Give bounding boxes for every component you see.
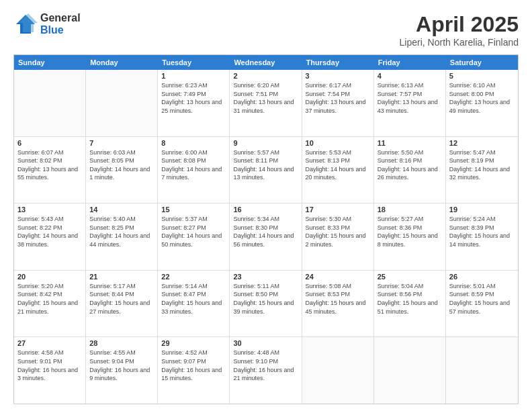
header-day-saturday: Saturday	[446, 55, 518, 70]
page: General Blue April 2025 Liperi, North Ka…	[0, 0, 532, 411]
cal-cell: 3Sunrise: 6:17 AM Sunset: 7:54 PM Daylig…	[302, 70, 374, 136]
cal-cell: 27Sunrise: 4:58 AM Sunset: 9:01 PM Dayli…	[14, 337, 86, 404]
calendar-body: 1Sunrise: 6:23 AM Sunset: 7:49 PM Daylig…	[14, 70, 518, 404]
cal-cell	[374, 337, 446, 404]
logo-general-text: General	[40, 12, 81, 24]
cal-row-1: 1Sunrise: 6:23 AM Sunset: 7:49 PM Daylig…	[14, 70, 518, 136]
day-number: 1	[161, 72, 226, 80]
day-number: 12	[449, 139, 515, 147]
day-number: 2	[233, 72, 298, 80]
cal-cell: 21Sunrise: 5:17 AM Sunset: 8:44 PM Dayli…	[86, 271, 158, 337]
logo: General Blue	[13, 12, 81, 36]
day-number: 24	[306, 273, 370, 281]
cal-cell: 29Sunrise: 4:52 AM Sunset: 9:07 PM Dayli…	[158, 337, 230, 404]
cal-cell: 30Sunrise: 4:48 AM Sunset: 9:10 PM Dayli…	[230, 337, 302, 404]
day-info: Sunrise: 5:08 AM Sunset: 8:53 PM Dayligh…	[306, 282, 370, 316]
day-info: Sunrise: 5:04 AM Sunset: 8:56 PM Dayligh…	[378, 282, 442, 316]
day-number: 6	[17, 139, 82, 147]
cal-cell: 4Sunrise: 6:13 AM Sunset: 7:57 PM Daylig…	[374, 70, 446, 136]
cal-cell: 17Sunrise: 5:30 AM Sunset: 8:33 PM Dayli…	[302, 203, 374, 270]
cal-cell: 18Sunrise: 5:27 AM Sunset: 8:36 PM Dayli…	[374, 203, 446, 270]
logo-blue-text: Blue	[40, 24, 81, 36]
cal-cell: 2Sunrise: 6:20 AM Sunset: 7:51 PM Daylig…	[230, 70, 302, 136]
day-info: Sunrise: 5:57 AM Sunset: 8:11 PM Dayligh…	[233, 148, 298, 182]
day-number: 22	[161, 273, 226, 281]
day-number: 10	[306, 139, 370, 147]
cal-cell: 1Sunrise: 6:23 AM Sunset: 7:49 PM Daylig…	[158, 70, 230, 136]
day-number: 5	[449, 72, 515, 80]
header-day-monday: Monday	[86, 55, 158, 70]
title-block: April 2025 Liperi, North Karelia, Finlan…	[400, 12, 519, 48]
logo-icon	[13, 12, 38, 36]
day-number: 19	[449, 205, 515, 214]
cal-cell	[14, 70, 86, 136]
day-number: 15	[161, 205, 226, 214]
day-number: 28	[89, 339, 154, 347]
cal-cell	[86, 70, 158, 136]
day-info: Sunrise: 6:17 AM Sunset: 7:54 PM Dayligh…	[306, 81, 370, 115]
logo-text: General Blue	[40, 12, 81, 36]
day-info: Sunrise: 5:40 AM Sunset: 8:25 PM Dayligh…	[89, 215, 154, 248]
day-number: 20	[17, 273, 82, 281]
day-number: 16	[233, 205, 298, 214]
day-info: Sunrise: 5:24 AM Sunset: 8:39 PM Dayligh…	[449, 215, 515, 248]
day-info: Sunrise: 6:23 AM Sunset: 7:49 PM Dayligh…	[161, 81, 226, 115]
day-info: Sunrise: 5:47 AM Sunset: 8:19 PM Dayligh…	[449, 148, 515, 182]
cal-cell: 9Sunrise: 5:57 AM Sunset: 8:11 PM Daylig…	[230, 137, 302, 203]
day-number: 29	[161, 339, 226, 347]
header-day-tuesday: Tuesday	[158, 55, 230, 70]
cal-cell: 5Sunrise: 6:10 AM Sunset: 8:00 PM Daylig…	[446, 70, 518, 136]
cal-cell: 10Sunrise: 5:53 AM Sunset: 8:13 PM Dayli…	[302, 137, 374, 203]
day-number: 23	[233, 273, 298, 281]
day-info: Sunrise: 6:20 AM Sunset: 7:51 PM Dayligh…	[233, 81, 298, 115]
cal-cell: 22Sunrise: 5:14 AM Sunset: 8:47 PM Dayli…	[158, 271, 230, 337]
day-info: Sunrise: 6:00 AM Sunset: 8:08 PM Dayligh…	[161, 148, 226, 182]
day-info: Sunrise: 5:34 AM Sunset: 8:30 PM Dayligh…	[233, 215, 298, 248]
cal-row-4: 20Sunrise: 5:20 AM Sunset: 8:42 PM Dayli…	[14, 270, 518, 337]
day-number: 3	[306, 72, 370, 80]
day-info: Sunrise: 6:07 AM Sunset: 8:02 PM Dayligh…	[17, 148, 82, 182]
day-info: Sunrise: 6:10 AM Sunset: 8:00 PM Dayligh…	[449, 81, 515, 115]
day-info: Sunrise: 5:37 AM Sunset: 8:27 PM Dayligh…	[161, 215, 226, 248]
cal-cell: 24Sunrise: 5:08 AM Sunset: 8:53 PM Dayli…	[302, 271, 374, 337]
cal-cell: 23Sunrise: 5:11 AM Sunset: 8:50 PM Dayli…	[230, 271, 302, 337]
cal-cell: 28Sunrise: 4:55 AM Sunset: 9:04 PM Dayli…	[86, 337, 158, 404]
day-number: 11	[378, 139, 442, 147]
cal-row-5: 27Sunrise: 4:58 AM Sunset: 9:01 PM Dayli…	[14, 336, 518, 404]
day-number: 9	[233, 139, 298, 147]
cal-cell: 20Sunrise: 5:20 AM Sunset: 8:42 PM Dayli…	[14, 271, 86, 337]
cal-cell: 8Sunrise: 6:00 AM Sunset: 8:08 PM Daylig…	[158, 137, 230, 203]
day-info: Sunrise: 5:27 AM Sunset: 8:36 PM Dayligh…	[378, 215, 442, 248]
cal-cell: 6Sunrise: 6:07 AM Sunset: 8:02 PM Daylig…	[14, 137, 86, 203]
day-info: Sunrise: 5:01 AM Sunset: 8:59 PM Dayligh…	[449, 282, 515, 316]
cal-cell: 7Sunrise: 6:03 AM Sunset: 8:05 PM Daylig…	[86, 137, 158, 203]
day-number: 30	[233, 339, 298, 347]
cal-cell: 11Sunrise: 5:50 AM Sunset: 8:16 PM Dayli…	[374, 137, 446, 203]
cal-cell	[302, 337, 374, 404]
day-number: 18	[378, 205, 442, 214]
header-day-friday: Friday	[374, 55, 446, 70]
location-title: Liperi, North Karelia, Finland	[400, 37, 519, 48]
header-day-sunday: Sunday	[14, 55, 86, 70]
day-info: Sunrise: 5:53 AM Sunset: 8:13 PM Dayligh…	[306, 148, 370, 182]
day-number: 21	[89, 273, 154, 281]
day-info: Sunrise: 4:55 AM Sunset: 9:04 PM Dayligh…	[89, 349, 154, 382]
day-info: Sunrise: 6:13 AM Sunset: 7:57 PM Dayligh…	[378, 81, 442, 115]
cal-cell: 13Sunrise: 5:43 AM Sunset: 8:22 PM Dayli…	[14, 203, 86, 270]
day-info: Sunrise: 5:30 AM Sunset: 8:33 PM Dayligh…	[306, 215, 370, 248]
day-info: Sunrise: 5:17 AM Sunset: 8:44 PM Dayligh…	[89, 282, 154, 316]
day-info: Sunrise: 4:58 AM Sunset: 9:01 PM Dayligh…	[17, 349, 82, 382]
day-number: 25	[378, 273, 442, 281]
month-title: April 2025	[400, 12, 519, 37]
day-info: Sunrise: 5:14 AM Sunset: 8:47 PM Dayligh…	[161, 282, 226, 316]
cal-cell: 15Sunrise: 5:37 AM Sunset: 8:27 PM Dayli…	[158, 203, 230, 270]
cal-row-3: 13Sunrise: 5:43 AM Sunset: 8:22 PM Dayli…	[14, 203, 518, 270]
cal-row-2: 6Sunrise: 6:07 AM Sunset: 8:02 PM Daylig…	[14, 136, 518, 203]
header-day-thursday: Thursday	[302, 55, 374, 70]
day-info: Sunrise: 5:43 AM Sunset: 8:22 PM Dayligh…	[17, 215, 82, 248]
cal-cell: 25Sunrise: 5:04 AM Sunset: 8:56 PM Dayli…	[374, 271, 446, 337]
day-info: Sunrise: 5:11 AM Sunset: 8:50 PM Dayligh…	[233, 282, 298, 316]
day-number: 8	[161, 139, 226, 147]
calendar-header: SundayMondayTuesdayWednesdayThursdayFrid…	[14, 55, 518, 70]
day-number: 4	[378, 72, 442, 80]
